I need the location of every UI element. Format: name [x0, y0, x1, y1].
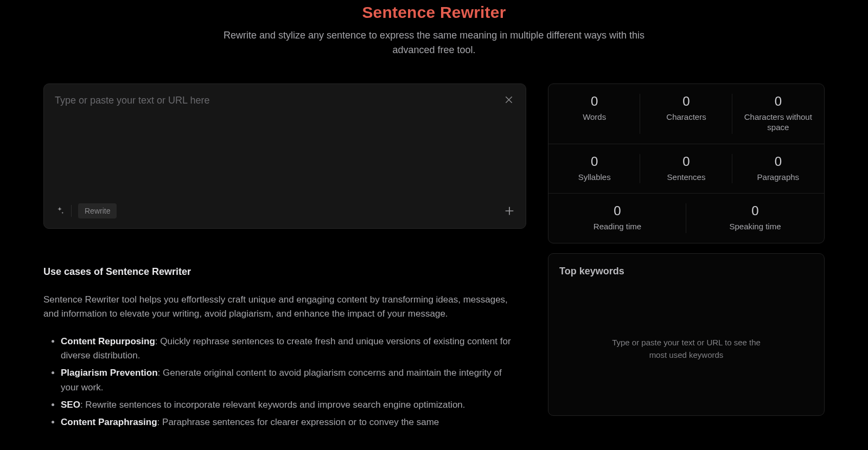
usecase-label: SEO: [61, 400, 80, 410]
divider: [71, 205, 72, 217]
stat-value: 0: [553, 94, 636, 109]
usecase-item: SEO: Rewrite sentences to incorporate re…: [61, 398, 515, 412]
usecase-label: Plagiarism Prevention: [61, 368, 158, 378]
stat-label: Syllables: [553, 172, 636, 183]
stat-value: 0: [553, 203, 682, 218]
stat-sentences: 0 Sentences: [640, 144, 732, 194]
usecase-label: Content Paraphrasing: [61, 417, 157, 427]
stat-reading-time: 0 Reading time: [548, 194, 686, 243]
stats-panel: 0 Words 0 Characters 0 Characters withou…: [548, 83, 825, 243]
keywords-placeholder: Type or paste your text or URL to see th…: [605, 337, 768, 361]
page-title: Sentence Rewriter: [0, 3, 868, 22]
clear-icon[interactable]: [503, 94, 515, 106]
keywords-panel: Top keywords Type or paste your text or …: [548, 253, 825, 416]
stat-label: Speaking time: [691, 222, 820, 232]
text-editor[interactable]: Rewrite: [43, 83, 526, 229]
usecase-item: Content Paraphrasing: Paraphrase sentenc…: [61, 415, 515, 429]
stat-characters-no-space: 0 Characters without space: [732, 84, 824, 144]
plus-icon[interactable]: [504, 205, 515, 216]
stat-characters: 0 Characters: [640, 84, 732, 144]
stat-label: Sentences: [644, 172, 727, 183]
stat-label: Reading time: [553, 222, 682, 232]
usecase-label: Content Repurposing: [61, 336, 155, 346]
stat-value: 0: [644, 94, 727, 109]
usecase-item: Plagiarism Prevention: Generate original…: [61, 366, 515, 395]
stat-syllables: 0 Syllables: [548, 144, 640, 194]
stat-value: 0: [553, 154, 636, 169]
stat-words: 0 Words: [548, 84, 640, 144]
stat-label: Characters without space: [737, 112, 820, 133]
usecases-intro: Sentence Rewriter tool helps you effortl…: [43, 293, 515, 322]
stat-value: 0: [737, 94, 820, 109]
stat-value: 0: [691, 203, 820, 218]
stat-value: 0: [737, 154, 820, 169]
usecase-text: : Paraphrase sentences for clearer expre…: [157, 417, 439, 427]
sparkle-icon[interactable]: [55, 206, 65, 216]
text-input[interactable]: [55, 94, 499, 135]
usecase-item: Content Repurposing: Quickly rephrase se…: [61, 335, 515, 363]
usecases-heading: Use cases of Sentence Rewriter: [43, 265, 515, 280]
stat-value: 0: [644, 154, 727, 169]
rewrite-button[interactable]: Rewrite: [78, 203, 117, 218]
stat-paragraphs: 0 Paragraphs: [732, 144, 824, 194]
usecase-text: : Rewrite sentences to incorporate relev…: [80, 400, 465, 410]
stat-speaking-time: 0 Speaking time: [686, 194, 824, 243]
page-subtitle: Rewrite and stylize any sentence to expr…: [212, 28, 656, 57]
stat-label: Characters: [644, 112, 727, 123]
stat-label: Paragraphs: [737, 172, 820, 183]
stat-label: Words: [553, 112, 636, 123]
keywords-heading: Top keywords: [559, 266, 813, 277]
